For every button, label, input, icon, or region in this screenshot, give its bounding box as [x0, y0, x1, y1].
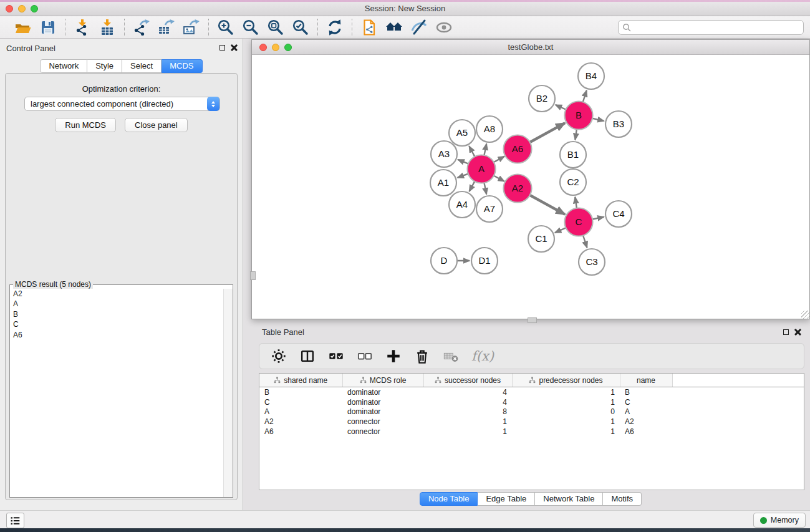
- tab-motifs[interactable]: Motifs: [603, 492, 642, 506]
- delete-table-icon[interactable]: [443, 348, 459, 364]
- column-header-predecessor-nodes[interactable]: predecessor nodes: [512, 374, 620, 387]
- tab-select[interactable]: Select: [122, 59, 162, 73]
- result-list-item[interactable]: A2: [10, 289, 224, 299]
- column-header-MCDS-role[interactable]: MCDS role: [342, 374, 423, 387]
- graph-node-D1[interactable]: D1: [471, 248, 498, 274]
- network-file-icon[interactable]: [360, 19, 378, 36]
- open-session-icon[interactable]: [14, 19, 32, 36]
- export-image-icon[interactable]: [183, 19, 200, 36]
- graph-node-B2[interactable]: B2: [529, 85, 555, 112]
- zoom-fit-icon[interactable]: [267, 19, 284, 36]
- graph-node-A4[interactable]: A4: [449, 191, 475, 218]
- table-cell[interactable]: A2: [259, 417, 342, 427]
- save-session-icon[interactable]: [39, 19, 57, 36]
- table-cell[interactable]: B: [259, 387, 342, 397]
- graph-node-A2[interactable]: A2: [504, 175, 532, 203]
- export-network-icon[interactable]: [133, 19, 150, 36]
- tab-style[interactable]: Style: [87, 59, 122, 73]
- table-cell[interactable]: 1: [423, 417, 512, 427]
- table-cell[interactable]: A: [259, 407, 342, 417]
- export-table-icon[interactable]: [158, 19, 175, 36]
- graph-node-A[interactable]: A: [468, 155, 496, 183]
- delete-column-icon[interactable]: [414, 348, 430, 364]
- import-table-icon[interactable]: [99, 19, 116, 36]
- deselect-all-rows-icon[interactable]: [357, 348, 373, 364]
- search-input[interactable]: [631, 21, 803, 34]
- home-icon[interactable]: [385, 19, 403, 36]
- table-cell[interactable]: connector: [342, 427, 423, 437]
- zoom-out-icon[interactable]: [242, 19, 259, 36]
- table-cell[interactable]: 1: [512, 397, 620, 407]
- table-cell[interactable]: A2: [620, 417, 672, 427]
- table-settings-icon[interactable]: [271, 348, 287, 364]
- result-list-item[interactable]: A6: [10, 330, 224, 340]
- column-header-shared-name[interactable]: shared name: [259, 374, 342, 387]
- table-row[interactable]: Cdominator41C: [259, 397, 804, 407]
- memory-button[interactable]: Memory: [753, 513, 806, 528]
- network-window-titlebar[interactable]: testGlobe.txt: [252, 40, 809, 55]
- graph-node-A6[interactable]: A6: [504, 135, 532, 163]
- graph-node-C3[interactable]: C3: [579, 249, 605, 275]
- tab-node-table[interactable]: Node Table: [420, 492, 478, 506]
- table-cell[interactable]: A6: [620, 427, 672, 437]
- close-panel-button[interactable]: Close panel: [125, 118, 188, 132]
- table-cell[interactable]: connector: [342, 417, 423, 427]
- tab-network[interactable]: Network: [40, 59, 87, 73]
- network-canvas[interactable]: AA1A2A3A4A5A6A7A8BB1B2B3B4CC1C2C3C4DD1: [252, 55, 809, 319]
- tab-mcds[interactable]: MCDS: [162, 59, 202, 73]
- add-column-icon[interactable]: [385, 348, 402, 364]
- column-header-successor-nodes[interactable]: successor nodes: [423, 374, 512, 387]
- table-row[interactable]: A6connector11A6: [259, 427, 804, 437]
- graph-node-B4[interactable]: B4: [578, 63, 604, 89]
- run-mcds-button[interactable]: Run MCDS: [55, 118, 116, 132]
- result-list-item[interactable]: A: [10, 299, 224, 309]
- refresh-layout-icon[interactable]: [326, 19, 344, 36]
- table-cell[interactable]: 1: [512, 387, 620, 397]
- close-panel-icon[interactable]: [231, 44, 238, 51]
- graph-node-C2[interactable]: C2: [560, 169, 586, 195]
- import-network-icon[interactable]: [74, 19, 91, 36]
- select-all-rows-icon[interactable]: [328, 348, 344, 364]
- column-header-name[interactable]: name: [620, 374, 672, 387]
- table-cell[interactable]: 8: [423, 407, 512, 417]
- graph-node-A5[interactable]: A5: [449, 120, 475, 146]
- table-cell[interactable]: 4: [423, 387, 512, 397]
- zoom-in-icon[interactable]: [217, 19, 234, 36]
- graph-node-B[interactable]: B: [565, 102, 593, 130]
- task-history-button[interactable]: [6, 513, 24, 528]
- table-cell[interactable]: 1: [512, 417, 620, 427]
- tab-network-table[interactable]: Network Table: [535, 492, 603, 506]
- graph-node-B3[interactable]: B3: [605, 111, 632, 137]
- table-cell[interactable]: C: [620, 397, 672, 407]
- table-row[interactable]: Bdominator41B: [259, 387, 804, 397]
- graph-node-C4[interactable]: C4: [605, 201, 632, 227]
- resize-grip[interactable]: [801, 311, 809, 319]
- table-cell[interactable]: C: [259, 397, 342, 407]
- graph-node-A7[interactable]: A7: [476, 196, 503, 222]
- criterion-select[interactable]: largest connected component (directed): [24, 97, 220, 111]
- graph-node-D[interactable]: D: [431, 248, 457, 274]
- graph-node-A8[interactable]: A8: [476, 116, 503, 142]
- table-close-panel-icon[interactable]: [794, 329, 801, 336]
- result-scrollbar[interactable]: [223, 289, 233, 497]
- table-cell[interactable]: A6: [259, 427, 342, 437]
- graph-node-C[interactable]: C: [565, 208, 593, 236]
- table-cell[interactable]: 1: [512, 427, 620, 437]
- zoom-selected-icon[interactable]: [292, 19, 309, 36]
- function-builder-icon[interactable]: f(x): [471, 349, 494, 364]
- tab-edge-table[interactable]: Edge Table: [478, 492, 535, 506]
- result-list-item[interactable]: C: [10, 319, 224, 329]
- vertical-scrollbar-thumb[interactable]: [250, 271, 256, 280]
- graph-node-A1[interactable]: A1: [430, 170, 456, 196]
- table-cell[interactable]: 0: [512, 407, 620, 417]
- table-row[interactable]: Adominator80A: [259, 407, 804, 417]
- table-cell[interactable]: A: [620, 407, 672, 417]
- table-row[interactable]: A2connector11A2: [259, 417, 804, 427]
- show-graphics-details-icon[interactable]: [435, 19, 453, 36]
- float-panel-icon[interactable]: [219, 45, 225, 51]
- table-float-panel-icon[interactable]: [783, 329, 789, 335]
- search-box[interactable]: [618, 20, 804, 35]
- table-cell[interactable]: 4: [423, 397, 512, 407]
- graph-node-A3[interactable]: A3: [431, 141, 457, 167]
- split-panel-icon[interactable]: [299, 348, 316, 364]
